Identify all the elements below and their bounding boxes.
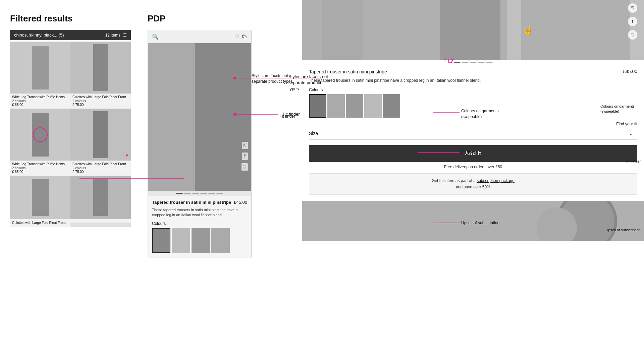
product-image-1: ♡ <box>10 42 70 94</box>
detail-swatch-4[interactable] <box>364 94 382 118</box>
annotation-fit-pdp: Fit finder <box>279 114 295 119</box>
dot-2 <box>184 193 191 194</box>
detail-dot-1 <box>454 62 461 63</box>
filter-bar-right: 12 items ☰ <box>105 33 127 38</box>
pdp-heart-icon[interactable]: ♡ <box>241 163 248 171</box>
product-image-4: ♥ <box>70 109 131 161</box>
detail-product-name: Tapered trouser in satin mini pinstripe <box>309 69 623 75</box>
find-your-fit-label[interactable]: Find your fit <box>616 122 637 126</box>
dot-6 <box>216 193 223 194</box>
product-figure-2 <box>93 44 108 91</box>
detail-dot-2 <box>462 62 469 63</box>
pdp-image-container <box>148 43 251 191</box>
wishlist-icon-2[interactable]: ♡ <box>124 44 128 49</box>
detail-dot-4 <box>478 62 485 63</box>
pdp-header-icons: ♡ 🛍 <box>234 34 247 40</box>
detail-top-trouser3 <box>521 0 630 60</box>
detail-swatch-3[interactable] <box>346 94 363 118</box>
subscription-text-post: and save over 50% <box>456 185 490 189</box>
chevron-down-icon: ⌄ <box>629 130 633 137</box>
product-price-3: £ 65.00 <box>12 170 68 174</box>
pdp-left-image <box>148 43 195 191</box>
product-info-5: Culottes with Large Fold Pleat Front <box>10 219 70 227</box>
product-card-2[interactable]: ♡ Culottes with Large Fold Pleat Front 2… <box>70 42 131 109</box>
product-info-1: Wide Leg Trouser with Ruffle Hems 2 colo… <box>10 94 70 109</box>
product-name-1: Wide Leg Trouser with Ruffle Hems <box>12 95 68 99</box>
product-card-5[interactable]: Culottes with Large Fold Pleat Front <box>10 176 70 227</box>
detail-top-image: ⇱ ⤒ ♡ ☝ <box>302 0 644 60</box>
annotation-fit-right: Fit finder <box>626 159 641 163</box>
detail-share-icon[interactable]: ⤒ <box>628 17 637 26</box>
product-card-4[interactable]: ♥ Culottes with Large Fold Pleat Front 2… <box>70 109 131 176</box>
product-colours-1: 2 colours <box>12 99 68 103</box>
add-it-button[interactable]: Add it <box>309 145 637 162</box>
product-figure-5 <box>32 179 49 216</box>
detail-image-dots <box>302 60 644 65</box>
pdp-expand-icon[interactable]: ⇱ <box>242 142 248 149</box>
product-name-2: Culottes with Large Fold Pleat Front <box>72 95 129 99</box>
pdp-product-header: Tapered trouser in satin mini pinstripe … <box>152 200 247 205</box>
pdp-controls: ⇱ ⤒ ♡ <box>241 142 248 171</box>
product-info-2: Culottes with Large Fold Pleat Front 2 c… <box>70 94 131 109</box>
product-name-4: Culottes with Large Fold Pleat Front <box>72 162 129 166</box>
annotation-upsell: Upsell of subscription <box>605 228 641 232</box>
circle-annotation <box>33 127 48 142</box>
detail-dot-5 <box>486 62 493 63</box>
swatch-4[interactable] <box>211 228 230 253</box>
product-figure-4 <box>93 111 108 158</box>
size-selector[interactable]: Size ⌄ <box>309 128 637 140</box>
product-card-3[interactable]: ♡ Wide Leg Trouser with Ruffle Hems 2 co… <box>10 109 70 176</box>
detail-dot-3 <box>470 62 477 63</box>
product-card-6[interactable] <box>70 176 131 227</box>
pdp-info: Tapered trouser in satin mini pinstripe … <box>148 196 251 257</box>
detail-swatch-5[interactable] <box>383 94 400 118</box>
swatch-3[interactable] <box>192 228 210 253</box>
product-image-6 <box>70 176 131 219</box>
wishlist-icon-1[interactable]: ♡ <box>64 44 68 49</box>
filter-text: chinos, skinny, black... (5) <box>14 33 64 38</box>
find-your-fit-row: Find your fit <box>309 122 637 126</box>
pdp-price: £45.00 <box>234 200 247 205</box>
detail-colours-label: Colours <box>309 87 637 92</box>
dot-4 <box>200 193 207 194</box>
detail-swatch-2[interactable] <box>327 94 345 118</box>
product-image-5 <box>10 176 70 219</box>
wishlist-icon-4[interactable]: ♥ <box>125 153 128 158</box>
detail-heart-icon[interactable]: ♡ <box>628 30 637 40</box>
pdp-search-icon[interactable]: 🔍 <box>152 34 159 40</box>
pdp-share-icon[interactable]: ⤒ <box>242 153 248 160</box>
detail-expand-icon[interactable]: ⇱ <box>628 3 637 13</box>
detail-product-header: Tapered trouser in satin mini pinstripe … <box>309 69 637 75</box>
filter-bar[interactable]: chinos, skinny, black... (5) 12 items ☰ <box>10 30 131 40</box>
pdp-wishlist-icon[interactable]: ♡ <box>234 34 239 40</box>
dot-5 <box>208 193 215 194</box>
detail-bottom-image <box>302 201 644 241</box>
annotation-colours: Colours on garments (swipeable) <box>600 104 641 114</box>
subscription-text-pre: Get this item as part of a <box>432 178 477 183</box>
product-image-3: ♡ <box>10 109 70 161</box>
detail-swatch-1[interactable] <box>309 94 326 118</box>
product-info-3: Wide Leg Trouser with Ruffle Hems 2 colo… <box>10 161 70 176</box>
filtered-results-title: Filtered results <box>10 13 131 24</box>
pdp-bag-icon[interactable]: 🛍 <box>242 34 247 40</box>
detail-swatches <box>309 94 637 118</box>
swatch-1[interactable] <box>152 228 170 253</box>
product-card-1[interactable]: ♡ Wide Leg Trouser with Ruffle Hems 2 co… <box>10 42 70 109</box>
product-info-6 <box>70 219 131 223</box>
swatch-2[interactable] <box>172 228 190 253</box>
wishlist-icon-3[interactable]: ♡ <box>64 153 68 158</box>
subscription-link[interactable]: subscription package <box>477 178 515 183</box>
size-label: Size <box>309 131 318 136</box>
detail-top-left-image <box>302 0 507 60</box>
product-colours-2: 2 colours <box>72 99 129 103</box>
detail-product-info: Tapered trouser in satin mini pinstripe … <box>302 65 644 201</box>
product-price-4: £ 75.00 <box>72 170 129 174</box>
product-grid: ♡ Wide Leg Trouser with Ruffle Hems 2 co… <box>10 42 131 227</box>
product-info-4: Culottes with Large Fold Pleat Front 2 c… <box>70 161 131 176</box>
filter-icon[interactable]: ☰ <box>123 33 127 38</box>
dot-3 <box>192 193 199 194</box>
product-figure-6 <box>93 179 108 216</box>
filtered-results-panel: Filtered results chinos, skinny, black..… <box>0 0 141 362</box>
product-figure-1 <box>32 46 49 89</box>
detail-description: These tapered trousers in satin mini pin… <box>309 77 637 83</box>
